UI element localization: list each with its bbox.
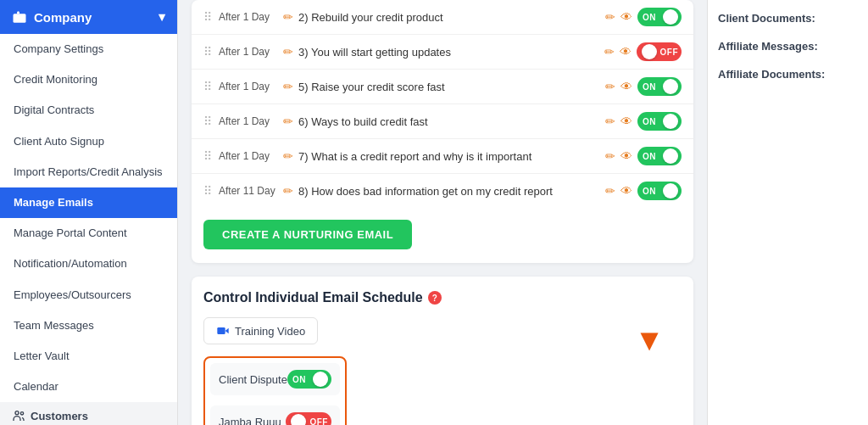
edit-icon[interactable]: ✏ — [605, 115, 615, 128]
toggle-circle — [642, 44, 657, 59]
help-icon: ? — [428, 291, 442, 305]
email-day: After 1 Day — [219, 115, 278, 127]
eye-icon[interactable]: 👁 — [620, 80, 632, 93]
toggle-on[interactable]: ON — [637, 77, 682, 96]
control-row: Client Dispute ON — [210, 363, 340, 395]
drag-handle-icon[interactable]: ⠿ — [203, 80, 212, 93]
customers-label: Customers — [31, 410, 88, 422]
email-title: 6) Ways to build credit fast — [298, 115, 600, 128]
create-nurturing-email-button[interactable]: CREATE A NURTURING EMAIL — [203, 220, 412, 249]
eye-icon[interactable]: 👁 — [620, 115, 632, 128]
edit-icon[interactable]: ✏ — [605, 80, 615, 93]
email-title: 3) You will start getting updates — [298, 46, 599, 59]
sidebar-item-credit-monitoring[interactable]: Credit Monitoring — [0, 64, 177, 95]
email-title: 5) Raise your credit score fast — [298, 81, 600, 93]
sidebar-item-digital-contracts[interactable]: Digital Contracts — [0, 95, 177, 126]
pencil-icon: ✏ — [283, 80, 293, 93]
email-title: 7) What is a credit report and why is it… — [298, 150, 600, 163]
sidebar-item-import-reports[interactable]: Import Reports/Credit Analysis — [0, 157, 177, 187]
main-content: ⠿ After 1 Day ✏ 2) Rebuild your credit p… — [178, 0, 868, 425]
control-section-title: Control Individual Email Schedule ? — [203, 290, 682, 305]
orange-arrow-icon: ▼ — [634, 322, 665, 358]
customers-section[interactable]: Customers — [0, 402, 177, 425]
drag-handle-icon[interactable]: ⠿ — [203, 184, 212, 198]
control-toggle-on[interactable]: ON — [287, 370, 331, 389]
toggle-off[interactable]: OFF — [637, 42, 682, 61]
company-icon — [12, 9, 27, 25]
edit-icon[interactable]: ✏ — [604, 45, 615, 59]
toggle-on[interactable]: ON — [637, 147, 682, 165]
email-row: ⠿ After 1 Day ✏ 5) Raise your credit sco… — [192, 70, 693, 104]
control-toggle-off[interactable]: OFF — [286, 412, 331, 425]
drag-handle-icon[interactable]: ⠿ — [203, 149, 212, 163]
email-day: After 1 Day — [219, 11, 278, 23]
drag-handle-icon[interactable]: ⠿ — [203, 45, 212, 59]
pencil-icon: ✏ — [283, 45, 293, 59]
toggle-circle — [663, 183, 678, 199]
right-panel-item: Client Documents: — [718, 12, 858, 25]
eye-icon[interactable]: 👁 — [620, 184, 632, 198]
toggle-on[interactable]: ON — [637, 112, 682, 131]
sidebar-item-letter-vault[interactable]: Letter Vault — [0, 341, 177, 372]
arrow-highlight-container: ▼ Client Dispute ON Jamba Ruuu OFF — [203, 356, 682, 425]
dropdown-icon: ▾ — [159, 9, 165, 25]
right-panel-item: Affiliate Documents: — [718, 68, 858, 81]
svg-point-3 — [20, 412, 23, 415]
toggle-circle — [663, 148, 678, 164]
right-panel: Client Documents:Affiliate Messages:Affi… — [707, 0, 868, 425]
email-row: ⠿ After 1 Day ✏ 7) What is a credit repo… — [192, 139, 693, 174]
toggle-circle — [663, 9, 678, 25]
toggle-circle — [663, 114, 678, 129]
svg-point-2 — [15, 411, 19, 415]
drag-handle-icon[interactable]: ⠿ — [203, 115, 212, 128]
email-day: After 11 Day — [219, 185, 278, 197]
sidebar-item-employees-outsourcers[interactable]: Employees/Outsourcers — [0, 280, 177, 310]
control-row-label: Jamba Ruuu — [219, 416, 281, 426]
sidebar-item-manage-portal[interactable]: Manage Portal Content — [0, 218, 177, 249]
video-icon — [216, 324, 230, 338]
control-row: Jamba Ruuu OFF — [210, 405, 340, 425]
training-video-label: Training Video — [235, 325, 305, 338]
sidebar-item-client-auto-signup[interactable]: Client Auto Signup — [0, 126, 177, 157]
email-row: ⠿ After 11 Day ✏ 8) How does bad informa… — [192, 174, 693, 208]
eye-icon[interactable]: 👁 — [620, 149, 632, 163]
training-video-button[interactable]: Training Video — [203, 317, 318, 344]
pencil-icon: ✏ — [283, 10, 293, 24]
email-day: After 1 Day — [219, 81, 278, 92]
eye-icon[interactable]: 👁 — [620, 10, 632, 24]
email-row: ⠿ After 1 Day ✏ 2) Rebuild your credit p… — [192, 0, 693, 35]
pencil-icon: ✏ — [283, 149, 293, 163]
control-row-label: Client Dispute — [219, 373, 287, 386]
sidebar-item-notification-automation[interactable]: Notification/Automation — [0, 249, 177, 279]
sidebar-item-company-settings[interactable]: Company Settings — [0, 34, 177, 64]
edit-icon[interactable]: ✏ — [605, 149, 615, 163]
toggle-circle — [313, 372, 328, 387]
drag-handle-icon[interactable]: ⠿ — [203, 10, 212, 24]
control-panel: Control Individual Email Schedule ? Trai… — [192, 277, 693, 425]
toggle-on[interactable]: ON — [637, 182, 682, 200]
sidebar: Company ▾ Company SettingsCredit Monitor… — [0, 0, 178, 425]
sidebar-item-calendar[interactable]: Calendar — [0, 372, 177, 402]
email-day: After 1 Day — [219, 46, 278, 58]
email-title: 2) Rebuild your credit product — [298, 11, 600, 24]
toggle-circle — [663, 79, 678, 94]
sidebar-company-header[interactable]: Company ▾ — [0, 0, 177, 34]
customers-icon — [12, 409, 25, 422]
svg-marker-5 — [225, 328, 229, 334]
edit-icon[interactable]: ✏ — [605, 10, 615, 24]
toggle-on[interactable]: ON — [637, 8, 682, 26]
sidebar-item-manage-emails[interactable]: Manage Emails — [0, 187, 177, 218]
right-panel-item: Affiliate Messages: — [718, 40, 858, 53]
pencil-icon: ✏ — [283, 184, 293, 198]
edit-icon[interactable]: ✏ — [605, 184, 615, 198]
company-label: Company — [34, 10, 92, 25]
email-list-panel: ⠿ After 1 Day ✏ 2) Rebuild your credit p… — [192, 0, 693, 263]
eye-icon[interactable]: 👁 — [620, 45, 632, 59]
email-day: After 1 Day — [219, 150, 278, 162]
create-btn-wrap: CREATE A NURTURING EMAIL — [192, 208, 693, 253]
email-title: 8) How does bad information get on my cr… — [298, 185, 600, 198]
sidebar-item-team-messages[interactable]: Team Messages — [0, 310, 177, 341]
pencil-icon: ✏ — [283, 115, 293, 128]
svg-rect-4 — [217, 327, 225, 334]
toggle-circle — [291, 414, 306, 425]
